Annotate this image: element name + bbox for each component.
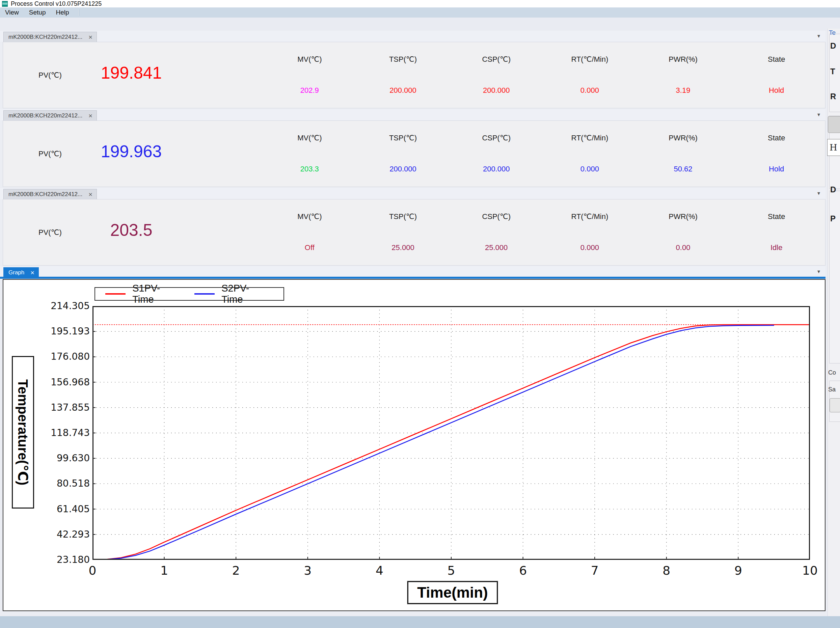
chevron-down-icon[interactable]: ▾ xyxy=(817,33,820,39)
y-tick-label: 42.293 xyxy=(24,529,90,540)
pv-value: 199.963 xyxy=(64,142,199,161)
y-axis-title-box: Temperature(℃) xyxy=(12,356,34,508)
close-icon[interactable]: × xyxy=(30,269,35,276)
col-value: Idle xyxy=(729,243,823,252)
x-tick-label: 5 xyxy=(436,563,466,578)
status-bar xyxy=(0,616,840,628)
device3-tab[interactable]: mK2000B:KCH220m22412... × xyxy=(3,189,97,199)
device3-panel: PV(℃) 203.5 MV(℃)Off TSP(℃)25.000 CSP(℃)… xyxy=(3,199,826,265)
col-header: State xyxy=(729,212,823,221)
graph-tab-label: Graph xyxy=(8,269,24,276)
window-title: Process Control v10.075P241225 xyxy=(11,0,102,8)
col-value: Off xyxy=(263,243,356,252)
col-value: 200.000 xyxy=(356,86,450,95)
chart-legend: S1PV-Time S2PV-Time xyxy=(95,287,284,301)
x-tick-label: 0 xyxy=(77,563,107,578)
col-value: 0.000 xyxy=(543,243,636,252)
device2-panel: PV(℃) 199.963 MV(℃)203.3 TSP(℃)200.000 C… xyxy=(3,120,826,187)
graph-panel: S1PV-Time S2PV-Time 214.305195.193176.08… xyxy=(3,279,826,611)
graph-tab[interactable]: Graph × xyxy=(3,267,39,278)
col-value: 25.000 xyxy=(356,243,450,252)
col-header: State xyxy=(729,134,823,142)
col-value: 200.000 xyxy=(450,86,543,95)
device2-tab[interactable]: mK2000B:KCH220m22412... × xyxy=(3,110,97,120)
col-header: MV(℃) xyxy=(263,212,356,221)
col-header: TSP(℃) xyxy=(356,212,450,221)
legend-label-s1: S1PV-Time xyxy=(132,283,174,305)
col-value: 200.000 xyxy=(450,165,543,174)
temperature-time-plot xyxy=(93,306,810,560)
x-axis-title-box: Time(min) xyxy=(407,581,498,604)
col-header: CSP(℃) xyxy=(450,55,543,64)
sidebar-button-clipped[interactable] xyxy=(828,116,840,133)
sidebar-field-clipped[interactable]: H xyxy=(827,139,840,156)
col-header: MV(℃) xyxy=(263,55,356,64)
menu-view[interactable]: View xyxy=(0,8,24,17)
col-value: Hold xyxy=(729,165,823,174)
x-tick-label: 8 xyxy=(651,563,682,578)
sidebar-label-fragment: P xyxy=(830,214,835,223)
col-value: 202.9 xyxy=(263,86,356,95)
col-value: 0.00 xyxy=(636,243,730,252)
x-tick-label: 3 xyxy=(293,563,323,578)
chevron-down-icon[interactable]: ▾ xyxy=(817,190,820,196)
sidebar-button-clipped[interactable] xyxy=(829,398,840,412)
sidebar-label-fragment: D xyxy=(830,41,836,50)
pv-label: PV(℃) xyxy=(38,71,62,80)
x-tick-label: 2 xyxy=(221,563,251,578)
chevron-down-icon[interactable]: ▾ xyxy=(817,268,820,275)
col-value: Hold xyxy=(729,86,823,95)
device1-panel: PV(℃) 199.841 MV(℃)202.9 TSP(℃)200.000 C… xyxy=(3,42,826,108)
device3-tab-row: mK2000B:KCH220m22412... × ▾ xyxy=(0,188,826,199)
col-header: PWR(%) xyxy=(636,212,730,221)
close-icon[interactable]: × xyxy=(88,34,93,41)
menu-help[interactable]: Help xyxy=(51,8,74,17)
col-header: MV(℃) xyxy=(263,134,356,142)
col-header: RT(℃/Min) xyxy=(543,134,636,142)
close-icon[interactable]: × xyxy=(88,191,93,198)
x-tick-label: 4 xyxy=(364,563,395,578)
col-header: TSP(℃) xyxy=(356,134,450,142)
menu-separator xyxy=(78,9,79,16)
sidebar-label-fragment: Co xyxy=(828,369,836,376)
device2-tab-row: mK2000B:KCH220m22412... × ▾ xyxy=(0,109,826,120)
col-value: 3.19 xyxy=(636,86,730,95)
col-value: 203.3 xyxy=(263,165,356,174)
x-tick-label: 6 xyxy=(508,563,538,578)
device1-tab[interactable]: mK2000B:KCH220m22412... × xyxy=(3,32,97,42)
pv-value: 203.5 xyxy=(64,220,199,240)
col-header: PWR(%) xyxy=(636,134,730,142)
active-tab-underline xyxy=(0,277,826,279)
y-tick-label: 195.193 xyxy=(24,326,90,337)
sidebar-label-fragment: Te xyxy=(829,29,835,36)
device3-tab-label: mK2000B:KCH220m22412... xyxy=(8,191,82,198)
legend-line-s2 xyxy=(194,293,215,295)
pv-label: PV(℃) xyxy=(38,228,62,237)
device1-tab-row: mK2000B:KCH220m22412... × ▾ xyxy=(0,31,826,42)
device1-tab-label: mK2000B:KCH220m22412... xyxy=(8,34,82,41)
sidebar-label-fragment: R xyxy=(830,92,836,101)
menu-bar: View Setup Help xyxy=(0,8,840,17)
x-tick-label: 9 xyxy=(723,563,753,578)
sidebar-label-fragment: Sa xyxy=(828,386,835,393)
graph-tab-row: Graph × ▾ xyxy=(0,266,826,278)
col-header: State xyxy=(729,55,823,64)
pv-label: PV(℃) xyxy=(38,150,62,158)
x-tick-label: 1 xyxy=(149,563,180,578)
col-header: RT(℃/Min) xyxy=(543,212,636,221)
sidebar-label-fragment: T xyxy=(830,67,835,76)
x-tick-label: 7 xyxy=(579,563,610,578)
y-tick-label: 214.305 xyxy=(24,300,90,311)
col-header: PWR(%) xyxy=(636,55,730,64)
x-axis-title: Time(min) xyxy=(417,584,488,601)
col-value: 200.000 xyxy=(356,165,450,174)
col-value: 0.000 xyxy=(543,86,636,95)
col-header: RT(℃/Min) xyxy=(543,55,636,64)
menu-setup[interactable]: Setup xyxy=(24,8,51,17)
close-icon[interactable]: × xyxy=(88,112,93,119)
legend-label-s2: S2PV-Time xyxy=(221,283,262,305)
sidebar-label-fragment: D xyxy=(830,185,836,194)
x-tick-label: 10 xyxy=(795,563,825,578)
y-axis-title: Temperature(℃) xyxy=(15,379,31,485)
chevron-down-icon[interactable]: ▾ xyxy=(817,111,820,118)
